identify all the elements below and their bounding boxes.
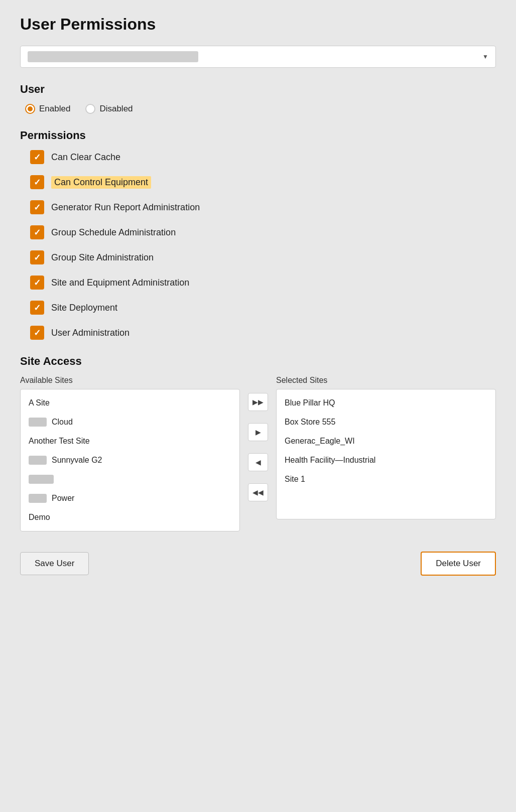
available-site-demo[interactable]: Demo: [21, 508, 239, 527]
permission-label-group-site-admin: Group Site Administration: [51, 252, 154, 263]
enabled-radio-label[interactable]: Enabled: [25, 104, 70, 114]
permission-label-can-control-equipment: Can Control Equipment: [51, 176, 151, 189]
available-sites-list[interactable]: A SiteCloudAnother Test SiteSunnyvale G2…: [20, 389, 240, 531]
page-title: User Permissions: [20, 15, 496, 34]
delete-user-button[interactable]: Delete User: [421, 552, 496, 576]
available-site-power[interactable]: Power: [21, 489, 239, 508]
permission-item-generator-run-report: Generator Run Report Administration: [30, 200, 496, 214]
checkbox-can-control-equipment[interactable]: [30, 175, 44, 189]
available-site-blurred1[interactable]: [21, 470, 239, 489]
checkbox-site-deployment[interactable]: [30, 301, 44, 315]
remove-one-button[interactable]: ◀: [248, 453, 268, 471]
permission-item-group-site-admin: Group Site Administration: [30, 250, 496, 264]
permission-label-site-equipment-admin: Site and Equipment Administration: [51, 278, 189, 288]
footer-actions: Save User Delete User: [20, 552, 496, 576]
add-one-button[interactable]: ▶: [248, 423, 268, 441]
available-site-a-site[interactable]: A Site: [21, 393, 239, 413]
disabled-radio-button[interactable]: [85, 104, 95, 114]
permission-item-site-deployment: Site Deployment: [30, 301, 496, 315]
checkbox-can-clear-cache[interactable]: [30, 150, 44, 164]
permission-item-group-schedule-admin: Group Schedule Administration: [30, 225, 496, 239]
available-sites-label: Available Sites: [20, 376, 240, 385]
permission-label-group-schedule-admin: Group Schedule Administration: [51, 227, 176, 238]
selected-site-site-1[interactable]: Site 1: [277, 470, 495, 489]
permission-label-site-deployment: Site Deployment: [51, 303, 117, 313]
permission-item-user-administration: User Administration: [30, 326, 496, 340]
user-select-value: [28, 51, 198, 62]
disabled-radio-label[interactable]: Disabled: [85, 104, 133, 114]
checkbox-generator-run-report[interactable]: [30, 200, 44, 214]
selected-sites-label: Selected Sites: [276, 376, 496, 385]
user-status-radio-group: Enabled Disabled: [20, 104, 496, 114]
available-site-another-test-site[interactable]: Another Test Site: [21, 432, 239, 451]
enabled-radio-text: Enabled: [39, 104, 70, 114]
available-site-sunnyvale-g2[interactable]: Sunnyvale G2: [21, 451, 239, 470]
dropdown-arrow-icon: ▼: [482, 53, 488, 60]
site-access-title: Site Access: [20, 355, 496, 368]
selected-site-box-store-555[interactable]: Box Store 555: [277, 413, 495, 432]
permission-label-can-clear-cache: Can Clear Cache: [51, 152, 120, 163]
permissions-section: Permissions Can Clear CacheCan Control E…: [20, 129, 496, 340]
site-access-section: Site Access Available Sites A SiteCloudA…: [20, 355, 496, 531]
selected-site-health-facility[interactable]: Health Facility—Industrial: [277, 451, 495, 470]
permissions-section-title: Permissions: [20, 129, 496, 142]
user-section-title: User: [20, 83, 496, 96]
save-user-button[interactable]: Save User: [20, 552, 89, 575]
enabled-radio-button[interactable]: [25, 104, 35, 114]
add-all-button[interactable]: ▶▶: [248, 393, 268, 411]
selected-site-blue-pillar-hq[interactable]: Blue Pillar HQ: [277, 393, 495, 413]
user-select-dropdown[interactable]: ▼: [20, 46, 496, 68]
selected-sites-list[interactable]: Blue Pillar HQBox Store 555Generac_Eagle…: [276, 389, 496, 519]
checkbox-group-schedule-admin[interactable]: [30, 225, 44, 239]
permission-item-can-control-equipment: Can Control Equipment: [30, 175, 496, 189]
permission-item-site-equipment-admin: Site and Equipment Administration: [30, 276, 496, 290]
user-section: User Enabled Disabled: [20, 83, 496, 114]
selected-sites-column: Selected Sites Blue Pillar HQBox Store 5…: [276, 376, 496, 519]
permission-label-generator-run-report: Generator Run Report Administration: [51, 202, 200, 213]
selected-site-generac-eagle-wi[interactable]: Generac_Eagle_WI: [277, 432, 495, 451]
permission-item-can-clear-cache: Can Clear Cache: [30, 150, 496, 164]
available-sites-column: Available Sites A SiteCloudAnother Test …: [20, 376, 240, 531]
permission-label-user-administration: User Administration: [51, 328, 130, 338]
remove-all-button[interactable]: ◀◀: [248, 483, 268, 501]
checkbox-user-administration[interactable]: [30, 326, 44, 340]
site-access-columns: Available Sites A SiteCloudAnother Test …: [20, 376, 496, 531]
checkbox-group-site-admin[interactable]: [30, 250, 44, 264]
checkbox-site-equipment-admin[interactable]: [30, 276, 44, 290]
transfer-buttons-group: ▶▶ ▶ ◀ ◀◀: [240, 393, 276, 501]
available-site-cloud[interactable]: Cloud: [21, 413, 239, 432]
disabled-radio-text: Disabled: [99, 104, 133, 114]
permissions-list: Can Clear CacheCan Control EquipmentGene…: [20, 150, 496, 340]
